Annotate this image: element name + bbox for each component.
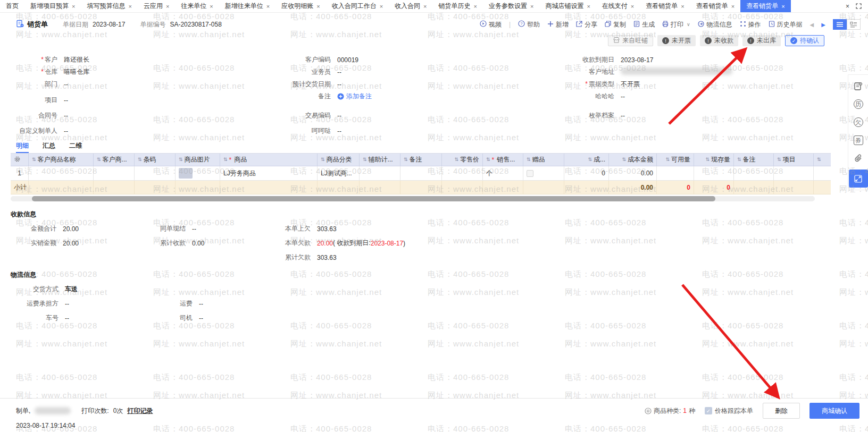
column-header-客户商品名称[interactable]: ⇅客户商品名称 [29,154,94,166]
gear-icon[interactable] [14,156,21,164]
tab-close-icon[interactable]: × [210,3,213,10]
column-header-条码[interactable]: ⇅条码 [135,154,176,166]
cell[interactable] [94,166,135,181]
field-value[interactable]: -- [337,69,341,76]
sort-icon[interactable]: ⇅ [223,157,228,162]
toolbar-action-生成[interactable]: 生成 [633,20,655,29]
column-header-成本金额[interactable]: ⇅成本金额 [609,154,657,166]
cell[interactable] [523,166,564,181]
field-value[interactable]: -- [337,112,341,120]
tab-close-icon[interactable]: × [474,3,477,10]
column-header-可用量[interactable]: ⇅可用量 [657,154,694,166]
column-header-商品[interactable]: ⇅*商品 [220,154,318,166]
tab-8[interactable]: 收入合同× [389,0,432,12]
sort-icon[interactable]: ⇅ [665,157,670,162]
detail-tab-明细[interactable]: 明细 [16,141,29,153]
tab-close-icon[interactable]: × [530,3,533,10]
field-value[interactable]: -- [621,112,625,120]
tab-6[interactable]: 应收明细账× [276,0,326,12]
column-header-项目[interactable]: ⇅项目 [774,154,814,166]
cell[interactable] [694,166,734,181]
delete-button[interactable]: 删除 [763,403,800,419]
tab-0[interactable]: 首页 [0,0,24,12]
sort-icon[interactable]: ⇅ [705,157,710,162]
sort-icon[interactable]: ⇅ [737,157,741,162]
column-header-辅助计...[interactable]: ⇅辅助计... [360,154,400,166]
field-value[interactable]: -- [64,97,68,104]
cell[interactable]: 1 [11,166,29,181]
cell[interactable] [442,166,483,181]
field-value[interactable]: -- [337,128,341,135]
card-view-icon[interactable] [847,19,861,30]
toolbar-action-新增[interactable]: 新增 [547,20,569,29]
toolbar-action-历史单据[interactable]: 历史单据 [769,20,803,29]
price-track-checkbox[interactable]: ✓ 价格跟踪本单 [705,406,753,416]
column-header-销售...[interactable]: ⇅*销售... [483,154,523,166]
tab-close-icon[interactable]: × [631,3,634,10]
tab-10[interactable]: 业务参数设置× [483,0,539,12]
tab-close-icon[interactable]: × [587,3,590,10]
cell[interactable] [734,166,774,181]
sort-icon[interactable]: ⇅ [527,157,531,162]
toolbar-action-打印[interactable]: 打印∨ [662,20,690,29]
tab-close-icon[interactable]: × [681,3,684,10]
cell[interactable] [360,166,400,181]
tab-7[interactable]: 收入合同工作台× [326,0,389,12]
sort-icon[interactable]: ⇅ [363,157,367,162]
cell[interactable] [400,166,442,181]
tab-1[interactable]: 新增项目预算× [24,0,81,12]
column-header-options[interactable]: ⇅ [814,154,831,166]
sort-icon[interactable]: ⇅ [622,157,626,162]
prev-doc-icon[interactable]: ◀ [810,22,814,28]
restore-window-icon[interactable] [856,3,862,9]
sort-icon[interactable]: ⇅ [179,157,183,162]
column-header-商品图片[interactable]: ⇅商品图片 [176,154,220,166]
cell[interactable] [814,166,831,181]
field-value[interactable]: -- [337,81,341,88]
tab-3[interactable]: 云应用× [138,0,175,12]
column-header-现存量[interactable]: ⇅现存量 [694,154,734,166]
column-header-零售价[interactable]: ⇅零售价 [442,154,483,166]
sort-icon[interactable]: ⇅ [97,157,101,162]
toolbar-action-分享[interactable]: 分享 [576,20,597,29]
tab-5[interactable]: 新增往来单位× [219,0,276,12]
column-header-客户商...[interactable]: ⇅客户商... [94,154,135,166]
doc-badge-icon[interactable] [848,77,868,95]
tab-active-15[interactable]: 查看销货单× [740,0,790,12]
tab-close-icon[interactable]: × [166,3,169,10]
toolbar-action-帮助[interactable]: ?帮助 [518,20,540,29]
attachment-icon[interactable] [848,149,868,167]
field-value[interactable]: -- [621,93,625,100]
cell[interactable] [29,166,94,181]
tab-13[interactable]: 查看销货单× [640,0,690,12]
column-header-商品分类[interactable]: ⇅商品分类 [318,154,360,166]
toolbar-action-操作[interactable]: 操作 [740,20,761,29]
sort-icon[interactable]: ⇅ [588,157,592,162]
tab-close-icon[interactable]: × [72,3,75,10]
tab-close-icon[interactable]: × [423,3,427,10]
sort-icon[interactable]: ⇅ [404,157,408,162]
mall-confirm-button[interactable]: 商城确认 [809,403,859,419]
field-value[interactable]: -- [64,81,68,88]
print-log-link[interactable]: 打印记录 [127,406,153,416]
column-header-成...[interactable]: ⇅成... [564,154,609,166]
cell[interactable]: 个 [483,166,523,181]
field-value[interactable]: -- [64,128,68,135]
cell[interactable]: 0.00 [609,166,657,181]
sort-icon[interactable]: ⇅ [454,157,458,162]
field-value[interactable]: -- [64,112,68,120]
toolbar-action-物流信息[interactable]: 物流信息 [698,20,732,29]
tab-close-icon[interactable]: × [781,3,784,10]
tab-11[interactable]: 商城店铺设置× [539,0,596,12]
column-header-备注[interactable]: ⇅备注 [400,154,442,166]
column-header-options[interactable] [11,154,29,166]
column-header-赠品[interactable]: ⇅赠品 [523,154,564,166]
cell[interactable] [774,166,814,181]
sort-icon[interactable]: ⇅ [817,157,821,162]
detail-tab-二维[interactable]: 二维 [69,141,82,153]
tab-2[interactable]: 填写预算信息× [81,0,137,12]
cell[interactable] [176,166,220,181]
expand-icon[interactable] [849,170,868,188]
sort-icon[interactable]: ⇅ [777,157,781,162]
scrollbar-thumb[interactable] [32,196,715,201]
